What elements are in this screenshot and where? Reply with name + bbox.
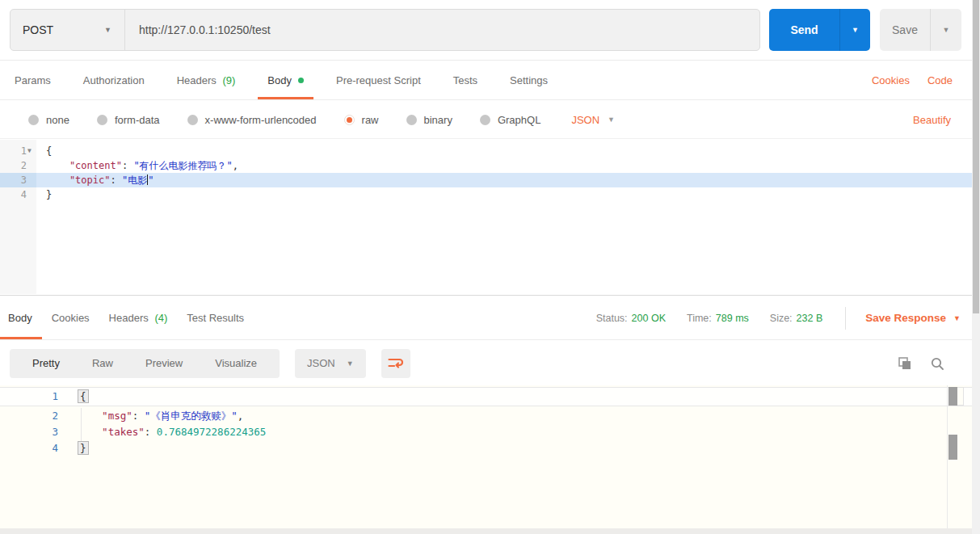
radio-raw[interactable]: raw <box>344 114 379 126</box>
response-toolbar: Pretty Raw Preview Visualize JSON ▼ <box>0 341 972 385</box>
radio-icon <box>187 115 198 125</box>
send-split-button: Send ▼ <box>769 9 870 51</box>
radio-icon <box>28 115 39 125</box>
chevron-down-icon: ▼ <box>852 26 859 34</box>
request-code-line: 4 } <box>0 187 972 202</box>
radio-binary[interactable]: binary <box>406 114 452 126</box>
raw-format-select[interactable]: JSON ▼ <box>571 114 615 126</box>
save-button[interactable]: Save <box>880 9 931 51</box>
request-code-line: 1 ▼ { <box>0 144 972 158</box>
response-tab-headers[interactable]: Headers (4) <box>109 296 168 339</box>
copy-icon[interactable] <box>898 356 912 371</box>
chevron-down-icon: ▼ <box>953 314 961 322</box>
view-preview[interactable]: Preview <box>129 357 199 369</box>
response-view-group: Pretty Raw Preview Visualize <box>10 349 280 378</box>
radio-icon <box>406 115 417 125</box>
cookies-link[interactable]: Cookies <box>872 74 910 86</box>
response-headers-count: (4) <box>154 312 167 324</box>
tab-links: Cookies Code <box>872 61 972 99</box>
response-scrollbar-thumb[interactable] <box>948 387 957 406</box>
body-type-bar: none form-data x-www-form-urlencoded raw… <box>0 101 972 139</box>
headers-count: (9) <box>222 74 235 86</box>
chevron-down-icon: ▼ <box>104 26 111 34</box>
chevron-down-icon: ▼ <box>608 116 615 124</box>
radio-icon <box>97 115 107 125</box>
search-icon[interactable] <box>930 356 944 371</box>
save-response-button[interactable]: Save Response ▼ <box>865 312 961 324</box>
wrap-lines-icon <box>388 357 403 369</box>
footer-strip <box>0 528 972 534</box>
page-scrollbar-thumb[interactable] <box>973 0 979 313</box>
response-tab-test-results[interactable]: Test Results <box>187 296 244 339</box>
request-tabs: Params Authorization Headers (9) Body Pr… <box>0 61 972 100</box>
status-stat: Status: 200 OK <box>596 313 666 324</box>
send-options-button[interactable]: ▼ <box>840 9 870 51</box>
wrap-lines-button[interactable] <box>381 349 410 378</box>
view-pretty[interactable]: Pretty <box>16 357 76 369</box>
method-label: POST <box>23 23 53 36</box>
radio-icon <box>480 115 490 125</box>
save-options-button[interactable]: ▼ <box>931 9 961 51</box>
size-value: 232 B <box>797 313 823 324</box>
chevron-down-icon: ▼ <box>943 26 950 34</box>
radio-none[interactable]: none <box>28 114 69 126</box>
code-link[interactable]: Code <box>927 74 953 86</box>
send-button[interactable]: Send <box>769 9 840 51</box>
response-inner-scrollbar-thumb[interactable] <box>948 435 957 460</box>
tab-settings[interactable]: Settings <box>510 61 548 99</box>
response-stats: Status: 200 OK Time: 789 ms Size: 232 B … <box>575 296 972 339</box>
request-url-bar: POST ▼ http://127.0.0.1:10250/test Send … <box>0 0 972 61</box>
fold-caret-icon[interactable]: ▼ <box>27 144 32 158</box>
response-tab-body[interactable]: Body <box>8 296 32 339</box>
tab-tests[interactable]: Tests <box>453 61 477 99</box>
status-value: 200 OK <box>632 313 666 324</box>
response-code-line: 4 } <box>0 440 972 456</box>
tab-pre-request-script[interactable]: Pre-request Script <box>336 61 421 99</box>
request-code-line-active: 3 "topic": "电影" <box>0 173 972 187</box>
url-group: POST ▼ http://127.0.0.1:10250/test <box>10 9 760 51</box>
divider <box>845 307 846 330</box>
page-scrollbar-track <box>972 0 980 534</box>
time-stat: Time: 789 ms <box>687 313 749 324</box>
radio-selected-icon <box>344 115 355 125</box>
response-format-select[interactable]: JSON ▼ <box>295 349 366 378</box>
view-visualize[interactable]: Visualize <box>199 357 273 369</box>
size-stat: Size: 232 B <box>770 313 822 324</box>
response-code-line: 3 "takes": 0.7684972286224365 <box>0 424 972 440</box>
url-text: http://127.0.0.1:10250/test <box>139 23 271 36</box>
method-select[interactable]: POST ▼ <box>11 10 125 50</box>
chevron-down-icon: ▼ <box>347 360 354 368</box>
request-code-line: 2 "content": "有什么电影推荐吗？", <box>0 158 972 173</box>
response-actions <box>898 356 972 371</box>
response-body-viewer: 1 { 2 "msg": "《肖申克的救赎》", 3 "takes": 0.76… <box>0 385 972 529</box>
response-code-line: 2 "msg": "《肖申克的救赎》", <box>0 408 972 424</box>
response-meta-bar: Body Cookies Headers (4) Test Results St… <box>0 296 972 340</box>
url-input[interactable]: http://127.0.0.1:10250/test <box>125 10 759 50</box>
tab-params[interactable]: Params <box>15 61 51 99</box>
response-code-line-active: 1 { <box>0 387 972 406</box>
request-body-editor[interactable]: 1 ▼ { 2 "content": "有什么电影推荐吗？", 3 "topic… <box>0 140 972 296</box>
tab-headers[interactable]: Headers (9) <box>177 61 236 99</box>
tab-body[interactable]: Body <box>267 61 304 99</box>
save-split-button: Save ▼ <box>880 9 961 51</box>
radio-graphql[interactable]: GraphQL <box>480 114 540 126</box>
beautify-link[interactable]: Beautify <box>913 114 972 126</box>
tab-authorization[interactable]: Authorization <box>83 61 145 99</box>
radio-x-www-form-urlencoded[interactable]: x-www-form-urlencoded <box>187 114 317 126</box>
view-raw[interactable]: Raw <box>76 357 129 369</box>
radio-form-data[interactable]: form-data <box>97 114 160 126</box>
response-tab-cookies[interactable]: Cookies <box>52 296 90 339</box>
body-modified-dot <box>298 78 304 83</box>
divider <box>947 385 948 529</box>
time-value: 789 ms <box>716 313 749 324</box>
